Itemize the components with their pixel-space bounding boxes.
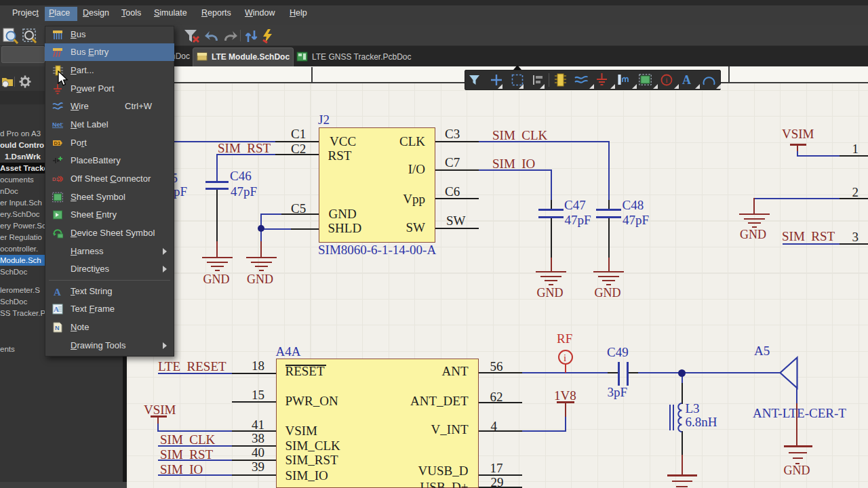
svg-text:A: A [54,287,61,298]
svg-text:N: N [55,325,60,331]
svg-text:D1: D1 [54,140,61,146]
svg-text:Net1: Net1 [52,121,63,128]
svg-text:i: i [665,76,667,84]
svg-text:A: A [54,305,59,313]
